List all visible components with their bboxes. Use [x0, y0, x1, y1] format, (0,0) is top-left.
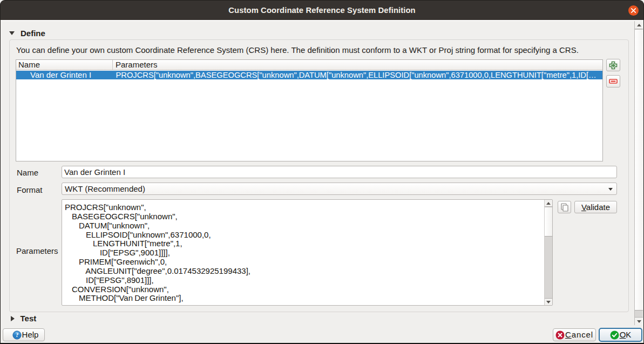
- remove-crs-button[interactable]: [606, 75, 620, 87]
- help-button[interactable]: ? Help: [3, 328, 45, 341]
- format-select[interactable]: WKT (Recommended): [62, 183, 617, 195]
- scroll-up-button[interactable]: [545, 200, 552, 207]
- crs-table-row-selected[interactable]: Van der Grinten I PROJCRS["unknown",BASE…: [16, 71, 602, 79]
- arrow-up-icon: [637, 24, 641, 26]
- window-border-left: [0, 20, 1, 344]
- crs-table-header: Name Parameters: [16, 60, 602, 70]
- format-selected-value: WKT (Recommended): [65, 184, 145, 194]
- test-group-title: Test: [21, 314, 37, 323]
- window-title: Custom Coordinate Reference System Defin…: [228, 6, 416, 15]
- close-button[interactable]: [628, 5, 639, 16]
- scrollbar-thumb[interactable]: [545, 207, 552, 237]
- arrow-down-icon: [546, 301, 551, 303]
- svg-text:?: ?: [15, 332, 18, 338]
- name-label: Name: [17, 168, 38, 178]
- collapse-right-icon: [11, 316, 15, 321]
- parameters-scrollbar[interactable]: [544, 200, 552, 305]
- crs-row-name: Van der Grinten I: [16, 71, 113, 79]
- titlebar-separator: [1, 20, 643, 21]
- add-icon: [609, 61, 618, 70]
- add-crs-button[interactable]: [606, 59, 620, 71]
- titlebar[interactable]: Custom Coordinate Reference System Defin…: [0, 0, 644, 20]
- crs-table[interactable]: Name Parameters Van der Grinten I PROJCR…: [16, 59, 603, 161]
- close-icon: [631, 8, 636, 14]
- column-header-parameters[interactable]: Parameters: [113, 60, 602, 70]
- help-icon: ?: [12, 330, 22, 340]
- scrollbar-thumb[interactable]: [635, 29, 643, 311]
- define-group-header[interactable]: Define: [9, 29, 45, 38]
- wkt-definition-text[interactable]: PROJCRS["unknown", BASEGEOGCRS["unknown"…: [65, 203, 543, 303]
- remove-icon: [609, 79, 618, 84]
- cancel-button[interactable]: Cancel: [553, 328, 596, 341]
- parameters-label: Parameters: [16, 246, 58, 256]
- column-header-name[interactable]: Name: [16, 60, 113, 70]
- cancel-icon: [555, 330, 565, 340]
- ok-button[interactable]: OK: [599, 328, 642, 342]
- parameters-textarea[interactable]: PROJCRS["unknown", BASEGEOGCRS["unknown"…: [62, 199, 553, 306]
- arrow-up-icon: [546, 202, 551, 205]
- scroll-down-button[interactable]: [545, 298, 552, 305]
- combo-dropdown-icon: [608, 188, 613, 191]
- arrow-down-icon: [637, 320, 641, 323]
- scroll-down-button[interactable]: [635, 317, 643, 325]
- test-group-header[interactable]: Test: [11, 314, 36, 323]
- copy-icon: [561, 203, 568, 212]
- crs-row-parameters: PROJCRS["unknown",BASEGEOGCRS["unknown",…: [113, 71, 602, 79]
- scroll-up-button[interactable]: [635, 21, 643, 29]
- collapse-down-icon: [9, 31, 15, 35]
- custom-crs-dialog: Custom Coordinate Reference System Defin…: [0, 0, 644, 344]
- validate-button[interactable]: Validate: [574, 201, 617, 213]
- crs-description: You can define your own custom Coordinat…: [16, 45, 610, 55]
- copy-wkt-button[interactable]: [558, 201, 571, 213]
- ok-icon: [610, 330, 619, 340]
- dialog-scrollbar[interactable]: [634, 21, 643, 325]
- name-input[interactable]: [62, 166, 617, 178]
- define-group-title: Define: [21, 29, 45, 38]
- format-label: Format: [17, 185, 43, 195]
